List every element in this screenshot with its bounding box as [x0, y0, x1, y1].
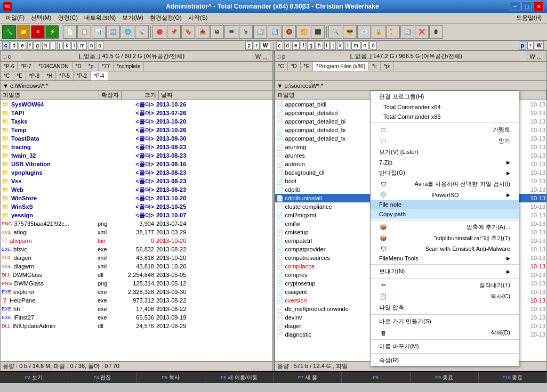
right-tab-e[interactable]: *E: [301, 62, 313, 71]
tb-btn-22[interactable]: ⬛: [311, 25, 325, 39]
left-tab-p7[interactable]: *P-7: [18, 62, 35, 71]
left-tab-e[interactable]: *E: [13, 71, 26, 80]
menu-select[interactable]: 선택(M): [28, 13, 55, 22]
tb-btn-30[interactable]: 🗑: [429, 25, 443, 39]
file-row[interactable]: XMLdiagerr xml 43,818 2013-10-20: [1, 254, 272, 262]
left-drive-l[interactable]: l: [71, 42, 77, 50]
file-row[interactable]: 📁WinSxS<폴더>2013-10-25: [1, 202, 272, 211]
right-drive-r[interactable]: r: [527, 42, 533, 50]
tb-btn-10[interactable]: 📡: [135, 25, 149, 39]
tb-btn-21[interactable]: 📶: [296, 25, 310, 39]
right-tab-c[interactable]: *C: [275, 62, 288, 71]
ctx-tc86[interactable]: Total Commander x86: [371, 112, 519, 121]
left-drive-r[interactable]: r: [254, 42, 260, 50]
tb-btn-13[interactable]: 🔖: [181, 25, 195, 39]
tb-btn-14[interactable]: 📥: [196, 25, 210, 39]
menu-view[interactable]: 보기(W): [119, 13, 147, 22]
left-tab-p8[interactable]: *P-8: [26, 71, 43, 80]
menu-settings[interactable]: 환경설정(O): [147, 13, 185, 22]
left-drive-j[interactable]: j: [57, 42, 62, 50]
right-drive-f[interactable]: f: [301, 42, 307, 50]
tb-btn-5[interactable]: 📄: [63, 25, 77, 39]
tb-btn-23[interactable]: 🔍: [328, 25, 342, 39]
ctx-avira[interactable]: 🛡Avira를 사용하여 선택한 파일 검사(I): [371, 178, 519, 190]
right-tab-progfiles[interactable]: *Program Files (x86): [313, 62, 369, 71]
tb-btn-2[interactable]: 📁: [17, 25, 30, 39]
file-row[interactable]: PNGDWMGlass png 128,314 2013-05-12: [1, 279, 272, 288]
file-row[interactable]: EXEexplorer exe 2,328,328 2013-09-30: [1, 288, 272, 296]
left-drive-f[interactable]: f: [27, 42, 33, 50]
ctx-filemenu[interactable]: FileMenu Tools: [371, 254, 519, 263]
file-row[interactable]: 📁twain_32<폴더>2013-08-23: [1, 151, 272, 160]
tb-btn-4[interactable]: ⚡: [45, 25, 59, 39]
left-drive-g[interactable]: g: [34, 42, 41, 50]
file-row[interactable]: XMLatiogl xml 38,177 2013-03-29: [1, 228, 272, 236]
fn10-button[interactable]: F10 종료: [479, 372, 547, 383]
ctx-garimto[interactable]: □가림토: [371, 124, 519, 135]
fn9-button[interactable]: F9 종료: [411, 372, 479, 383]
left-drive-m[interactable]: m: [78, 42, 86, 50]
file-row[interactable]: 📁USB Vibration<폴더>2013-08-16: [1, 160, 272, 168]
ctx-manga[interactable]: □망가: [371, 135, 519, 146]
right-drive-k[interactable]: k: [337, 42, 344, 50]
ctx-cut[interactable]: ✂잘라내기(T): [371, 280, 519, 291]
file-row[interactable]: 📁Temp<폴더>2013-10-26: [1, 126, 272, 134]
file-row[interactable]: EXEIFinst27 exe 65,536 2013-09-19: [1, 313, 272, 322]
tb-btn-8[interactable]: 🔤: [106, 25, 120, 39]
fn6-button[interactable]: F6 새 이름/이동: [205, 372, 274, 383]
left-drive-d[interactable]: d: [11, 42, 18, 50]
tb-btn-17[interactable]: 🖱: [239, 25, 253, 39]
ctx-copy[interactable]: 📋복사(C): [371, 291, 519, 302]
ctx-lister[interactable]: 보기(V) (Lister): [371, 146, 519, 158]
file-row[interactable]: PNG375735baa421f92c... png 3,904 2013-07…: [1, 219, 272, 228]
file-row[interactable]: EXEbfsvc exe 56,832 2013-08-22: [1, 245, 272, 254]
file-row[interactable]: ❓HelpPane exe 973,312 2013-08-22: [1, 296, 272, 305]
ctx-tc64[interactable]: Total Commander x64: [371, 102, 519, 112]
tb-btn-26[interactable]: 🔒: [372, 25, 385, 39]
menu-start[interactable]: 시작(S): [185, 13, 211, 22]
left-drive-c[interactable]: c: [2, 42, 10, 50]
ctx-emsisoft[interactable]: 🛡Scan with Emsisoft Anti-Malware: [371, 244, 519, 254]
left-tab-77[interactable]: *77: [99, 62, 114, 71]
right-drive-e[interactable]: e: [292, 42, 300, 50]
right-drive-h[interactable]: h: [316, 42, 323, 50]
tb-btn-29[interactable]: ❌: [415, 25, 429, 39]
ctx-delete[interactable]: 🗑삭제(D): [371, 327, 519, 338]
ctx-copy-path[interactable]: Copy path: [371, 209, 519, 219]
file-row[interactable]: 📁yessign<폴더>2013-10-07: [1, 211, 272, 219]
left-tab-104canon[interactable]: *104CANON: [35, 62, 73, 71]
ctx-properties[interactable]: 속성(R): [371, 355, 519, 366]
file-row[interactable]: 📁TAPI<폴더>2013-07-26: [1, 109, 272, 117]
left-drive-k[interactable]: k: [63, 42, 70, 50]
right-drive-o[interactable]: o: [369, 42, 377, 50]
right-tab-d[interactable]: *D: [288, 62, 301, 71]
close-button[interactable]: ✕: [533, 2, 544, 11]
fn3-button[interactable]: F3 보기: [0, 372, 68, 383]
tb-btn-24[interactable]: 😎: [343, 25, 357, 39]
right-drive-n[interactable]: n: [361, 42, 369, 50]
ctx-open-with[interactable]: 연결 프로그램(H): [371, 91, 519, 102]
left-col-date[interactable]: 날짜: [159, 91, 175, 100]
file-row[interactable]: 📁WinStore<폴더>2013-10-20: [1, 194, 272, 202]
file-row[interactable]: DLLDWMGlass dll 2,254,848 2013-05-05: [1, 271, 272, 279]
tb-btn-3[interactable]: ✕: [31, 25, 45, 39]
tb-btn-20[interactable]: 🔕: [282, 25, 296, 39]
fn8-button[interactable]: F8: [342, 372, 410, 383]
ctx-bandizip[interactable]: 반디집(G): [371, 167, 519, 178]
left-tab-complete[interactable]: *complete: [114, 62, 144, 71]
file-row[interactable]: 📁vpnplugins<폴더>2013-08-23: [1, 168, 272, 177]
ctx-send-to[interactable]: 보내기(N): [371, 266, 519, 277]
file-row[interactable]: EXEhh exe 17,408 2013-08-22: [1, 305, 272, 313]
ctx-rename[interactable]: 이름 바꾸기(M): [371, 341, 519, 352]
fn7-button[interactable]: F7 새 폴: [274, 372, 342, 383]
left-drive-w[interactable]: W: [261, 42, 270, 50]
ctx-7zip[interactable]: 7-Zip: [371, 158, 519, 167]
left-tab-p[interactable]: *p:: [85, 62, 99, 71]
file-row[interactable]: 📁Web<폴더>2013-08-23: [1, 185, 272, 194]
left-col-name[interactable]: 파일명: [1, 91, 99, 100]
right-drive-j[interactable]: j: [331, 42, 336, 50]
left-tab-d[interactable]: *D: [73, 62, 85, 71]
file-row[interactable]: XMLdiagwrn xml 43,818 2013-10-20: [1, 262, 272, 271]
file-row[interactable]: 📄ativpsrm bin 0 2013-10-20: [1, 236, 272, 245]
right-drive-i[interactable]: i: [324, 42, 329, 50]
